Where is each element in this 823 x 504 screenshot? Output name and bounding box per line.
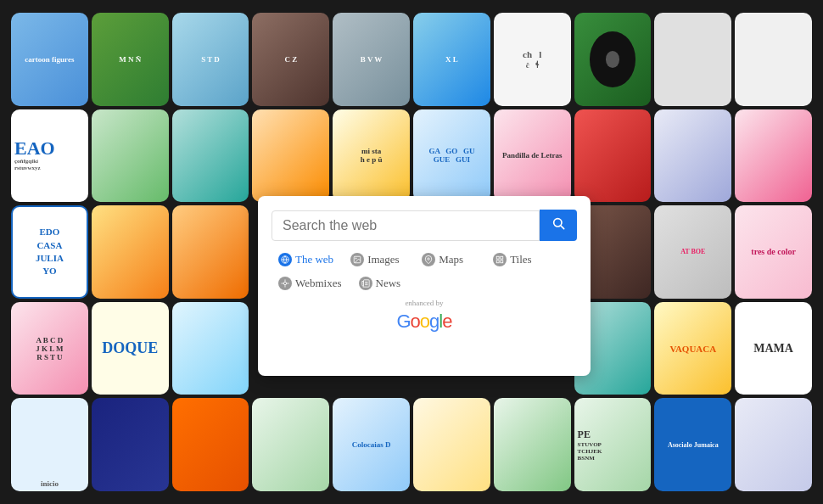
option-webmixes-label: Webmixes: [295, 277, 342, 290]
svg-point-5: [356, 258, 356, 259]
tile-edocasa: EDO: [39, 226, 59, 238]
tile-r1c1[interactable]: cartoon figures: [11, 13, 88, 106]
tile-r2c6[interactable]: GA GO GU GUE GUI: [413, 109, 490, 203]
search-option-maps[interactable]: Maps: [415, 249, 483, 270]
tile-jklm: J K L M: [36, 344, 63, 353]
search-option-web[interactable]: The web: [272, 249, 340, 270]
tile-r5c2[interactable]: [92, 398, 169, 491]
news-icon: [359, 277, 372, 290]
search-widget: The web Images Maps Tiles: [258, 196, 591, 376]
tile-atboe: AT BOE: [680, 248, 705, 255]
google-attribution: enhanced by Google: [396, 299, 451, 333]
search-input[interactable]: [272, 210, 540, 241]
search-options: The web Images Maps Tiles: [272, 249, 577, 294]
tile-abcd: A B C D: [36, 336, 64, 344]
tile-edocasa3: JULIA: [36, 252, 64, 265]
tile-r1c2[interactable]: M N Ñ: [92, 13, 169, 106]
webmixes-icon: [278, 277, 292, 290]
tile-r5c1[interactable]: inicio: [11, 398, 88, 491]
option-maps-label: Maps: [439, 253, 463, 266]
tile-doque: DOQUE: [102, 339, 158, 357]
tile-r5c8[interactable]: PE STUVOPTCHJEKBSNM: [574, 398, 652, 491]
search-button[interactable]: [540, 210, 577, 241]
tile-label-cz: C Z: [284, 55, 297, 64]
tile-inicio: inicio: [41, 479, 59, 488]
tile-r5c9[interactable]: Asocialo Jumaica: [654, 398, 731, 491]
tile-r5c3[interactable]: [172, 398, 249, 491]
search-option-tiles[interactable]: Tiles: [486, 249, 554, 270]
enhanced-by-text: enhanced by: [396, 299, 451, 307]
tile-colocaias: Colocaias D: [352, 440, 391, 449]
svg-line-1: [561, 226, 564, 229]
search-option-news[interactable]: News: [352, 273, 420, 294]
tile-rstu: R S T U: [36, 353, 62, 361]
svg-rect-7: [496, 256, 499, 259]
tile-r5c10[interactable]: [735, 398, 812, 491]
svg-rect-10: [501, 260, 503, 263]
tile-eao-label: EAO: [14, 139, 55, 158]
svg-point-6: [428, 258, 430, 260]
svg-rect-8: [501, 256, 503, 259]
tile-label-bvw: B V W: [361, 55, 383, 64]
tile-r1c3[interactable]: S T D: [172, 13, 249, 106]
tile-r3c2[interactable]: [92, 205, 169, 299]
tile-label-ch: ch l: [523, 49, 541, 59]
search-option-images[interactable]: Images: [344, 249, 412, 270]
tile-pe: PE: [578, 428, 591, 441]
tile-r5c5[interactable]: Colocaias D: [333, 398, 410, 491]
tile-r2c8[interactable]: [574, 109, 652, 203]
tile-r1c9[interactable]: [654, 13, 731, 106]
google-logo: Google: [396, 311, 451, 333]
web-icon: [278, 253, 292, 266]
search-box: [272, 210, 577, 241]
tile-r4c9[interactable]: VAQUACA: [654, 302, 731, 395]
tile-r2c10[interactable]: [735, 109, 812, 203]
tile-r4c3[interactable]: [172, 302, 249, 395]
tile-r2c3[interactable]: [172, 109, 249, 203]
tile-r2c2[interactable]: [92, 109, 169, 203]
tile-r2c7[interactable]: Pandilla de Letras: [494, 109, 571, 203]
tile-edocasa2: CASA: [36, 239, 62, 252]
tile-tresdecolor: tres de color: [751, 247, 796, 256]
maps-icon: [422, 253, 435, 266]
tile-gague: GUE GUI: [434, 155, 470, 164]
tile-r1c8[interactable]: [574, 13, 652, 106]
tile-r1c10[interactable]: [735, 13, 812, 106]
option-news-label: News: [376, 277, 401, 290]
tile-r3c3[interactable]: [172, 205, 249, 299]
tile-r1c5[interactable]: B V W: [333, 13, 410, 106]
tile-r3c9[interactable]: AT BOE: [654, 205, 731, 299]
tile-mama: MAMA: [753, 342, 793, 356]
tile-r1c7[interactable]: ch l ĉ ɬ: [494, 13, 571, 106]
tiles-icon: [493, 253, 507, 266]
tile-r5c6[interactable]: [413, 398, 490, 491]
tile-r2c4[interactable]: [252, 109, 329, 203]
tile-pandilla: Pandilla de Letras: [502, 151, 563, 160]
tile-r4c10[interactable]: MAMA: [735, 302, 812, 395]
tile-r3c10[interactable]: tres de color: [735, 205, 812, 299]
search-option-webmixes[interactable]: Webmixes: [272, 273, 349, 294]
tile-r2c9[interactable]: [654, 109, 731, 203]
svg-rect-9: [496, 260, 499, 263]
tile-r2c5-label: mi sta: [361, 147, 381, 155]
tile-r4c2[interactable]: DOQUE: [92, 302, 169, 395]
tile-eao-sub: çoñfgqikírstuvwxyz: [14, 158, 41, 171]
tile-r3c1[interactable]: EDO CASA JULIA YO: [11, 205, 88, 299]
tile-edocasa4: YO: [42, 265, 57, 277]
tile-r4c1[interactable]: A B C D J K L M R S T U: [11, 302, 88, 395]
tile-r2c5[interactable]: mi sta h e p ü: [333, 109, 410, 203]
tile-r5c7[interactable]: [494, 398, 571, 491]
tile-r2c1[interactable]: EAO çoñfgqikírstuvwxyz: [11, 109, 88, 203]
tile-vaquaca: VAQUACA: [669, 344, 716, 354]
option-images-label: Images: [367, 253, 400, 266]
tile-r1c6[interactable]: X L: [413, 13, 490, 106]
tile-gago: GA GO GU: [428, 147, 474, 155]
tile-r1c4[interactable]: C Z: [252, 13, 329, 106]
images-icon: [350, 253, 364, 266]
svg-point-11: [283, 282, 286, 284]
tile-label-ch2: ĉ ɬ: [526, 61, 539, 70]
tile-label-std: S T D: [201, 55, 220, 64]
tile-r5c4[interactable]: [252, 398, 329, 491]
tile-asocialo: Asocialo Jumaica: [668, 441, 719, 449]
main-grid: cartoon figures M N Ñ S T D C Z B V W X …: [4, 6, 819, 498]
